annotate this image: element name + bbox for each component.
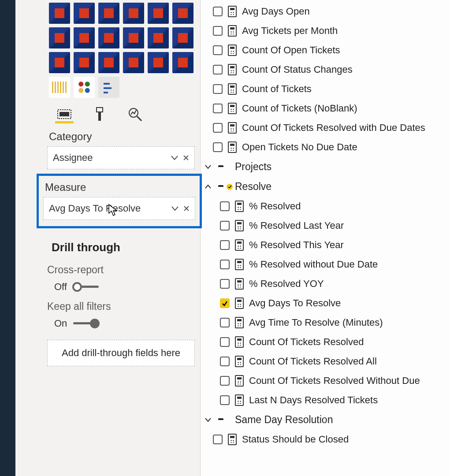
checkbox[interactable] xyxy=(213,45,223,55)
viz-thumbnail[interactable] xyxy=(74,27,95,48)
field-item[interactable]: % Resolved xyxy=(203,197,450,216)
field-label: % Resolved This Year xyxy=(249,239,344,251)
field-label: Avg Tickets per Month xyxy=(242,25,338,37)
calculator-icon xyxy=(228,64,237,75)
field-item[interactable]: Avg Tickets per Month xyxy=(203,21,450,41)
calculator-icon xyxy=(235,394,244,406)
field-label: Count Of Status Changes xyxy=(242,64,353,75)
chevron-down-icon[interactable] xyxy=(169,155,180,160)
viz-thumbnail[interactable] xyxy=(172,27,193,48)
checkbox[interactable] xyxy=(220,357,230,366)
checkbox[interactable] xyxy=(220,298,230,308)
viz-thumbnail[interactable] xyxy=(172,3,193,24)
field-item[interactable]: % Resolved This Year xyxy=(203,235,450,255)
field-item[interactable]: Status Should be Closed xyxy=(203,430,450,449)
category-field-well[interactable]: Assignee xyxy=(47,146,195,169)
viz-thumbnail[interactable] xyxy=(74,77,95,98)
viz-thumbnail[interactable] xyxy=(98,52,119,73)
field-item[interactable]: Open Tickets No Due Date xyxy=(203,138,450,157)
checkbox[interactable] xyxy=(220,260,230,269)
field-label: Open Tickets No Due Date xyxy=(242,141,357,153)
checkbox[interactable] xyxy=(220,240,230,250)
viz-thumbnail[interactable] xyxy=(74,3,95,24)
field-item[interactable]: % Resolved YOY xyxy=(203,274,450,294)
field-item[interactable]: Count of Tickets xyxy=(203,79,450,99)
viz-thumbnail[interactable] xyxy=(148,27,169,48)
viz-thumbnail[interactable] xyxy=(148,52,169,73)
field-item[interactable]: Count Of Tickets Resolved All xyxy=(203,352,450,371)
viz-thumbnail[interactable] xyxy=(49,3,70,24)
field-item[interactable]: Count of Tickets (NoBlank) xyxy=(203,99,450,118)
calculator-icon xyxy=(235,336,244,348)
viz-thumbnail[interactable] xyxy=(123,52,144,73)
checkbox[interactable] xyxy=(213,123,223,133)
chevron-down-icon[interactable] xyxy=(169,206,181,211)
field-item[interactable]: Count Of Tickets Resolved xyxy=(203,332,450,352)
viz-thumbnail[interactable] xyxy=(148,3,169,24)
viz-thumbnail[interactable] xyxy=(172,52,193,73)
viz-thumbnail[interactable] xyxy=(49,27,70,48)
field-item[interactable]: Avg Days Open xyxy=(203,2,450,21)
drill-fields-dropzone[interactable]: Add drill-through fields here xyxy=(47,340,195,366)
left-nav-strip xyxy=(0,0,15,476)
viz-thumbnail[interactable] xyxy=(123,27,144,48)
keep-filters-label: Keep all filters xyxy=(45,295,197,312)
viz-thumbnail[interactable] xyxy=(49,77,70,98)
field-label: Count Of Tickets Resolved with Due Dates xyxy=(242,122,425,134)
checkbox[interactable] xyxy=(220,279,230,289)
checkbox[interactable] xyxy=(213,84,223,94)
calculator-icon xyxy=(235,375,244,387)
field-item[interactable]: % Resolved Last Year xyxy=(203,216,450,235)
tab-format[interactable] xyxy=(90,107,109,123)
viz-thumbnail[interactable] xyxy=(98,27,119,48)
field-item[interactable]: Count Of Tickets Resolved Without Due xyxy=(203,371,450,390)
checkbox[interactable] xyxy=(213,435,223,444)
checkbox[interactable] xyxy=(220,395,230,405)
cross-report-label: Cross-report xyxy=(45,259,197,276)
remove-field-icon[interactable] xyxy=(180,155,192,161)
remove-field-icon[interactable] xyxy=(181,205,192,212)
calculator-icon xyxy=(235,259,244,270)
field-item[interactable]: Avg Days To Resolve xyxy=(203,294,450,313)
viz-thumbnail[interactable] xyxy=(98,3,119,24)
checkbox[interactable] xyxy=(220,376,230,386)
keep-filters-toggle-row: On xyxy=(45,312,197,332)
svg-rect-1 xyxy=(60,112,69,116)
field-item[interactable]: % Resolved without Due Date xyxy=(203,255,450,274)
cross-report-toggle-row: Off xyxy=(45,276,197,295)
field-label: Count Of Open Tickets xyxy=(242,45,340,56)
tab-fields[interactable] xyxy=(55,107,74,123)
drill-through-heading: Drill through xyxy=(45,233,197,259)
checkbox[interactable] xyxy=(213,142,223,152)
field-item[interactable]: Avg Time To Resolve (Minutes) xyxy=(203,313,450,332)
checkbox[interactable] xyxy=(213,104,223,113)
visualizations-panel: Category Assignee Measure Avg Days To Re… xyxy=(42,0,201,476)
checkbox[interactable] xyxy=(220,337,230,347)
checkbox[interactable] xyxy=(220,318,230,327)
calculator-icon xyxy=(235,356,244,367)
group-resolve[interactable]: Resolve xyxy=(203,177,450,197)
checkbox[interactable] xyxy=(213,26,223,36)
tab-analytics[interactable] xyxy=(126,107,144,123)
measure-field-well[interactable]: Avg Days To Resolve xyxy=(43,197,195,220)
viz-thumbnail[interactable] xyxy=(49,52,70,73)
viz-thumbnail[interactable] xyxy=(123,3,144,24)
checkbox[interactable] xyxy=(220,221,230,231)
group-projects[interactable]: Projects xyxy=(203,157,450,177)
checkbox[interactable] xyxy=(220,201,230,211)
field-label: Avg Days Open xyxy=(242,6,310,17)
field-item[interactable]: Count Of Status Changes xyxy=(203,60,450,79)
cross-report-toggle[interactable] xyxy=(73,283,99,291)
field-item[interactable]: Count Of Tickets Resolved with Due Dates xyxy=(203,118,450,138)
calculator-icon xyxy=(228,434,237,445)
field-item[interactable]: Count Of Open Tickets xyxy=(203,41,450,60)
checkbox[interactable] xyxy=(213,7,223,16)
field-label: % Resolved without Due Date xyxy=(249,259,378,270)
field-item[interactable]: Last N Days Resolved Tickets xyxy=(203,390,450,410)
group-same-day[interactable]: Same Day Resolution xyxy=(203,410,450,430)
viz-thumbnail[interactable] xyxy=(98,77,119,98)
canvas-gutter xyxy=(15,0,42,476)
checkbox[interactable] xyxy=(213,65,223,74)
keep-filters-toggle[interactable] xyxy=(73,319,99,328)
viz-thumbnail[interactable] xyxy=(74,52,95,73)
